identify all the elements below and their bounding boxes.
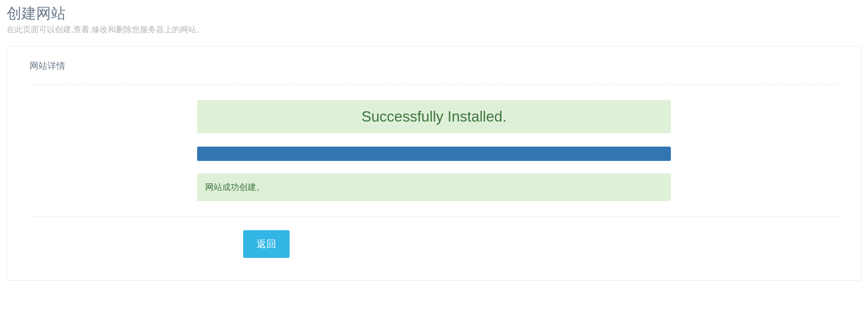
content-inner: Successfully Installed. 网站成功创建。 — [197, 100, 671, 201]
back-button[interactable]: 返回 — [243, 230, 290, 258]
content-area: Successfully Installed. 网站成功创建。 — [29, 85, 839, 216]
progress-bar-fill — [197, 147, 671, 161]
install-status-alert: Successfully Installed. — [197, 100, 671, 133]
result-message-alert: 网站成功创建。 — [197, 173, 671, 201]
page-header: 创建网站 在此页面可以创建,查看,修改和删除您服务器上的网站。 — [7, 0, 861, 46]
details-panel: 网站详情 Successfully Installed. 网站成功创建。 返回 — [7, 46, 861, 281]
progress-bar-track — [197, 147, 671, 161]
button-row: 返回 — [29, 217, 839, 258]
page-subtitle: 在此页面可以创建,查看,修改和删除您服务器上的网站。 — [7, 24, 861, 35]
page-title: 创建网站 — [7, 4, 861, 22]
section-title: 网站详情 — [29, 60, 839, 84]
